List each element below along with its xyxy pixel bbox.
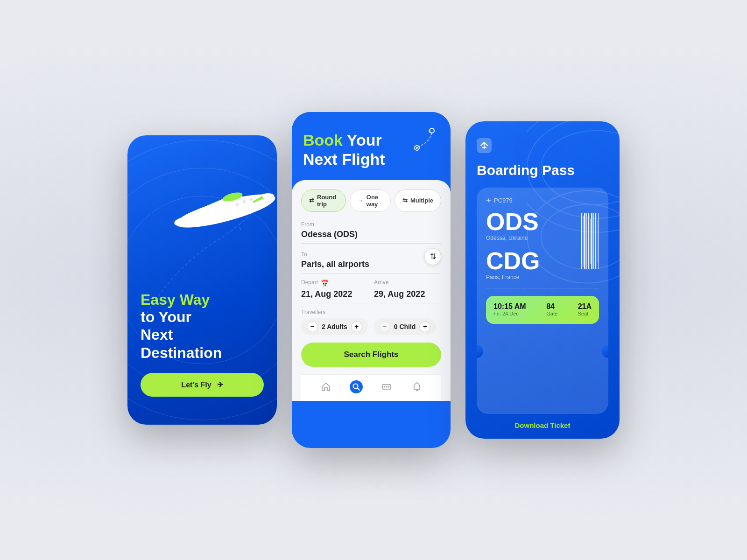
nav-notifications-icon[interactable]: [410, 380, 423, 393]
landing-content: Easy Way to YourNextDestination Let's Fl…: [141, 292, 264, 397]
screen-boarding-pass: Boarding Pass ✈ PC979 ODS Odessa, Ukrain…: [465, 121, 620, 439]
flight-number: ✈ PC979: [486, 197, 599, 204]
one-way-label: One way: [366, 194, 383, 208]
tab-one-way[interactable]: → One way: [350, 189, 391, 212]
nav-home-icon[interactable]: [319, 380, 332, 393]
svg-rect-39: [585, 220, 585, 262]
seat-label: Seat: [578, 311, 592, 316]
gate-label: Gate: [546, 311, 557, 316]
svg-rect-30: [588, 213, 589, 269]
origin-city: Odessa, Ukraine: [486, 235, 573, 241]
svg-rect-44: [594, 217, 594, 266]
airports-row: ODS Odessa, Ukraine CDG Paris, France: [486, 210, 599, 280]
flight-num-value: PC979: [494, 197, 513, 204]
flight-date: Fri. 24 Dec: [493, 311, 526, 316]
svg-rect-37: [581, 218, 582, 265]
trip-type-tabs: ⇄ Round trip → One way ⇆ Multiple: [301, 189, 441, 212]
arrive-value[interactable]: 29, Aug 2022: [374, 289, 441, 303]
arrive-label: Arrive: [374, 279, 388, 286]
swap-airports-button[interactable]: ⇅: [424, 248, 441, 265]
nav-search-icon[interactable]: [350, 380, 363, 393]
svg-rect-42: [590, 219, 591, 264]
lets-fly-button[interactable]: Let's Fly ✈: [141, 373, 264, 397]
lets-fly-label: Let's Fly: [181, 381, 211, 389]
app-logo: [477, 138, 492, 153]
round-trip-icon: ⇄: [309, 197, 314, 204]
to-value[interactable]: Paris, all airports: [301, 259, 441, 273]
from-label: From: [301, 221, 441, 228]
tab-multiple[interactable]: ⇆ Multiple: [395, 189, 441, 212]
plane-icon: ✈: [217, 380, 223, 389]
child-value: 0 Child: [394, 323, 416, 330]
origin-code: ODS: [486, 210, 573, 234]
svg-rect-38: [583, 216, 584, 267]
svg-rect-45: [596, 213, 596, 269]
from-value[interactable]: Odessa (ODS): [301, 230, 441, 244]
travellers-section: Travellers − 2 Adults + − 0 Child +: [301, 309, 441, 335]
svg-rect-41: [589, 213, 589, 269]
svg-point-18: [384, 386, 385, 387]
dest-code: CDG: [486, 249, 573, 273]
svg-rect-29: [586, 213, 587, 269]
svg-rect-43: [592, 215, 592, 268]
adults-increase-button[interactable]: +: [351, 321, 362, 332]
swap-icon: ⇅: [430, 252, 436, 261]
to-label: To: [301, 251, 441, 258]
svg-rect-34: [595, 213, 596, 269]
svg-point-20: [388, 386, 389, 387]
time-col: 10:15 AM Fri. 24 Dec: [493, 302, 526, 317]
search-flights-button[interactable]: Search Flights: [301, 343, 441, 367]
arrive-header: Arrive: [374, 279, 441, 287]
seat-value: 21A: [578, 302, 592, 311]
airplane-illustration: [160, 173, 277, 249]
boarding-pass-title: Boarding Pass: [477, 162, 608, 178]
svg-rect-33: [593, 213, 594, 269]
book-green: Book: [303, 131, 343, 149]
ticket-bottom-info: 10:15 AM Fri. 24 Dec 84 Gate 21A Seat: [486, 296, 599, 324]
gate-col: 84 Gate: [546, 302, 557, 317]
adults-decrease-button[interactable]: −: [307, 321, 318, 332]
one-way-icon: →: [358, 197, 364, 204]
svg-rect-46: [598, 220, 598, 263]
svg-rect-31: [590, 213, 590, 269]
date-row: Depart 📅 21, Aug 2022 Arrive 29, Aug 202…: [301, 279, 441, 303]
dest-city: Paris, France: [486, 274, 573, 280]
screen-landing: ✈ ✈: [127, 135, 277, 425]
svg-point-14: [416, 147, 418, 149]
svg-rect-27: [583, 213, 583, 269]
route-decoration: ✈: [404, 126, 441, 161]
multiple-label: Multiple: [410, 197, 433, 204]
depart-value[interactable]: 21, Aug 2022: [301, 289, 368, 303]
bottom-navigation: [301, 374, 441, 401]
nav-tickets-icon[interactable]: [380, 380, 393, 393]
seat-col: 21A Seat: [578, 302, 592, 317]
round-trip-label: Round trip: [317, 194, 338, 208]
depart-col: Depart 📅 21, Aug 2022: [301, 279, 368, 303]
child-control: − 0 Child +: [374, 318, 437, 335]
travellers-row: − 2 Adults + − 0 Child +: [301, 318, 441, 335]
child-decrease-button[interactable]: −: [379, 321, 390, 332]
tagline-line2: to YourNextDestination: [141, 308, 264, 362]
svg-point-9: [243, 200, 246, 203]
svg-rect-40: [587, 217, 587, 266]
arrive-col: Arrive 29, Aug 2022: [374, 279, 441, 303]
screens-container: ✈ ✈: [127, 112, 620, 448]
boarding-pass-content: Boarding Pass ✈ PC979 ODS Odessa, Ukrain…: [465, 121, 620, 439]
flight-time: 10:15 AM: [493, 302, 526, 311]
svg-point-19: [386, 386, 387, 387]
search-body: ⇄ Round trip → One way ⇆ Multiple From O…: [292, 180, 451, 401]
barcode: [580, 213, 599, 269]
adults-control: − 2 Adults +: [301, 318, 368, 335]
svg-text:✈: ✈: [428, 129, 431, 133]
depart-label: Depart: [301, 279, 318, 286]
origin-col: ODS Odessa, Ukraine CDG Paris, France: [486, 210, 573, 280]
child-increase-button[interactable]: +: [419, 321, 430, 332]
svg-point-10: [236, 203, 239, 206]
screen-search: Book YourNext Flight ✈ ⇄ Round trip: [292, 112, 451, 448]
gate-value: 84: [546, 302, 557, 311]
tab-round-trip[interactable]: ⇄ Round trip: [301, 189, 346, 212]
depart-header: Depart 📅: [301, 279, 368, 287]
svg-rect-35: [597, 213, 597, 269]
download-ticket-button[interactable]: Download Ticket: [477, 421, 608, 429]
tagline-line1: Easy Way: [141, 292, 264, 308]
